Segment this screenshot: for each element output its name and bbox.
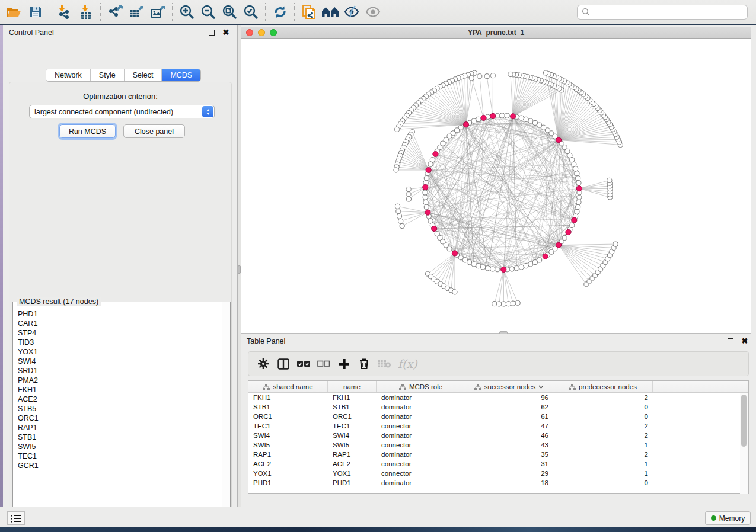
graph-node[interactable] xyxy=(528,262,533,267)
export-image-button[interactable] xyxy=(147,2,168,22)
graph-node[interactable] xyxy=(406,187,411,191)
graph-node[interactable] xyxy=(428,162,433,166)
graph-node[interactable] xyxy=(476,117,481,121)
zoom-in-button[interactable] xyxy=(176,2,197,22)
graph-node[interactable] xyxy=(497,302,502,306)
graph-node[interactable] xyxy=(576,200,581,204)
mcds-result-item[interactable]: STB5 xyxy=(18,404,221,414)
column-header-name[interactable]: name xyxy=(328,381,377,392)
mcds-result-item[interactable]: CAR1 xyxy=(18,319,221,328)
graph-node[interactable] xyxy=(570,223,575,227)
table-row[interactable]: SWI4SWI4dominator462 xyxy=(248,431,748,440)
graph-mcds-node[interactable] xyxy=(433,151,438,156)
unselect-all-columns-button[interactable] xyxy=(314,354,334,374)
graph-mcds-node[interactable] xyxy=(566,229,571,235)
search-box[interactable] xyxy=(577,5,748,20)
graph-node[interactable] xyxy=(508,72,513,76)
graph-node[interactable] xyxy=(452,290,457,294)
network-window-titlebar[interactable]: YPA_prune.txt_1 xyxy=(241,27,751,39)
mcds-result-item[interactable]: FKH1 xyxy=(18,385,221,395)
table-row[interactable]: YOX1YOX1connector291 xyxy=(248,469,748,478)
graph-mcds-node[interactable] xyxy=(481,115,486,120)
graph-node[interactable] xyxy=(490,73,495,78)
graph-node[interactable] xyxy=(502,302,506,306)
table-row[interactable]: PHD1PHD1dominator180 xyxy=(248,478,748,488)
graph-node[interactable] xyxy=(423,195,428,200)
show-all-button[interactable] xyxy=(362,2,384,22)
create-column-button[interactable] xyxy=(334,354,354,374)
graph-node[interactable] xyxy=(524,264,528,268)
graph-node[interactable] xyxy=(613,242,618,246)
run-mcds-button[interactable]: Run MCDS xyxy=(59,124,116,138)
graph-node[interactable] xyxy=(575,209,579,214)
table-row[interactable]: STB1STB1dominator620 xyxy=(248,402,748,412)
mcds-result-item[interactable]: SRD1 xyxy=(18,366,221,376)
clone-network-button[interactable] xyxy=(298,2,320,22)
table-row[interactable]: RAP1RAP1dominator352 xyxy=(248,450,748,459)
graph-node[interactable] xyxy=(575,171,579,176)
graph-mcds-node[interactable] xyxy=(572,217,577,223)
graph-node[interactable] xyxy=(543,70,548,75)
graph-node[interactable] xyxy=(577,195,582,200)
column-header-MCDS-role[interactable]: MCDS role xyxy=(377,381,465,392)
import-table-button[interactable] xyxy=(75,2,97,22)
close-panel-action-button[interactable]: Close panel xyxy=(123,124,185,138)
show-column-panel-button[interactable] xyxy=(273,354,294,374)
mcds-result-item[interactable]: SWI5 xyxy=(18,442,221,451)
graph-node[interactable] xyxy=(573,166,578,171)
mcds-result-item[interactable]: ORC1 xyxy=(18,414,221,423)
table-row[interactable]: ACE2ACE2connector311 xyxy=(248,459,748,469)
graph-node[interactable] xyxy=(430,158,435,162)
graph-mcds-node[interactable] xyxy=(510,114,515,119)
graph-mcds-node[interactable] xyxy=(501,267,506,272)
graph-node[interactable] xyxy=(395,204,400,209)
memory-button[interactable]: Memory xyxy=(705,511,751,525)
graph-node[interactable] xyxy=(396,209,401,214)
select-all-columns-button[interactable] xyxy=(294,354,314,374)
tab-style[interactable]: Style xyxy=(91,69,125,81)
apply-layout-button[interactable] xyxy=(269,2,291,22)
graph-node[interactable] xyxy=(471,118,476,123)
hide-selected-button[interactable] xyxy=(341,2,362,22)
delete-column-button[interactable] xyxy=(354,354,374,374)
graph-mcds-node[interactable] xyxy=(432,226,437,231)
mcds-result-item[interactable]: PHD1 xyxy=(18,309,221,319)
graph-node[interactable] xyxy=(406,192,411,197)
graph-node[interactable] xyxy=(514,266,519,271)
graph-node[interactable] xyxy=(467,260,472,265)
search-input[interactable] xyxy=(590,8,743,16)
export-network-button[interactable] xyxy=(104,2,126,22)
graph-node[interactable] xyxy=(562,235,567,240)
table-row[interactable]: FKH1FKH1dominator962 xyxy=(248,393,748,402)
graph-mcds-node[interactable] xyxy=(556,137,561,143)
column-header-predecessor-nodes[interactable]: predecessor nodes xyxy=(553,381,653,392)
graph-node[interactable] xyxy=(481,265,486,270)
graph-node[interactable] xyxy=(519,265,524,270)
graph-node[interactable] xyxy=(576,181,581,185)
network-canvas[interactable] xyxy=(241,39,751,334)
graph-mcds-node[interactable] xyxy=(463,122,468,127)
mcds-result-item[interactable]: STB1 xyxy=(18,432,221,442)
graph-node[interactable] xyxy=(490,267,495,271)
graph-node[interactable] xyxy=(397,214,401,219)
graph-node[interactable] xyxy=(506,302,511,306)
graph-node[interactable] xyxy=(471,262,476,267)
graph-mcds-node[interactable] xyxy=(425,210,430,215)
graph-node[interactable] xyxy=(476,264,481,268)
save-session-button[interactable] xyxy=(25,2,46,22)
tab-network[interactable]: Network xyxy=(46,69,91,81)
graph-node[interactable] xyxy=(394,168,398,172)
table-row[interactable]: TEC1TEC1connector472 xyxy=(248,421,748,431)
graph-node[interactable] xyxy=(484,74,489,79)
graph-mcds-node[interactable] xyxy=(543,254,548,259)
graph-node[interactable] xyxy=(424,176,429,181)
graph-node[interactable] xyxy=(477,74,482,79)
column-header-successor-nodes[interactable]: successor nodes xyxy=(465,381,553,392)
graph-node[interactable] xyxy=(469,76,474,81)
graph-node[interactable] xyxy=(532,120,537,125)
column-header-shared-name[interactable]: shared name xyxy=(248,381,328,392)
open-file-button[interactable] xyxy=(4,2,25,22)
graph-mcds-node[interactable] xyxy=(576,186,582,191)
graph-mcds-node[interactable] xyxy=(490,113,496,118)
mcds-result-item[interactable]: TEC1 xyxy=(18,451,221,461)
